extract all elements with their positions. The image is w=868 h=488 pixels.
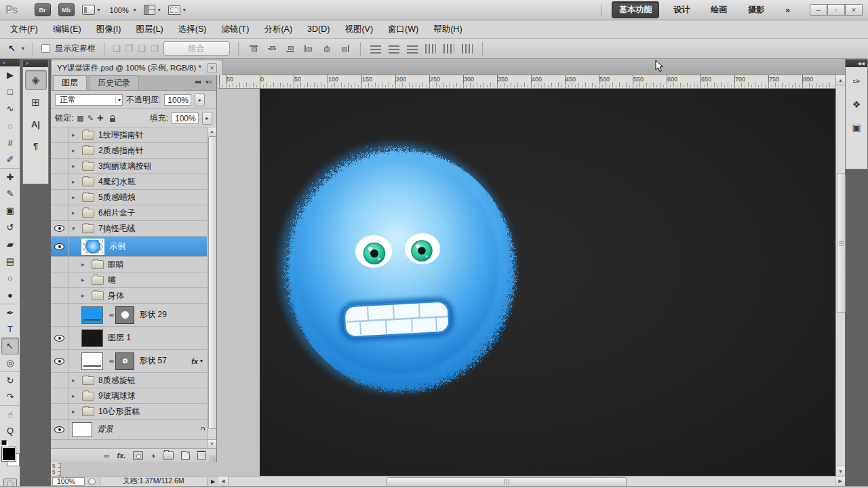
layer-row[interactable]: ▸ ▾ ∞ 7搞怪毛绒 fx ▾	[51, 221, 207, 237]
layer-row[interactable]: ▸ ▾ ∞ 图层 1 fx ▾	[51, 327, 207, 350]
layer-effects-badge[interactable]: fx ▾	[191, 357, 203, 365]
window-control-button[interactable]: ─	[810, 4, 827, 16]
bridge-button[interactable]: Br	[35, 3, 51, 16]
layer-name[interactable]: 10心形蛋糕	[98, 406, 140, 418]
tool-button[interactable]: ☝	[0, 405, 20, 422]
align-icon[interactable]	[248, 44, 259, 54]
menu-item[interactable]: 帮助(H)	[426, 20, 469, 38]
distribute-icon[interactable]	[443, 44, 454, 54]
menu-item[interactable]: 3D(D)	[300, 20, 337, 38]
distribute-icon[interactable]	[407, 44, 418, 54]
zoom-level-menu[interactable]: 100% ▾	[108, 5, 136, 15]
menu-item[interactable]: 分析(A)	[256, 20, 300, 38]
tool-button[interactable]: #	[0, 134, 20, 151]
layer-row[interactable]: ▸ ▾ ∞ 身体 fx ▾	[51, 288, 207, 304]
lock-all-icon[interactable]	[110, 118, 115, 122]
lock-option-icon[interactable]: ✎	[87, 114, 94, 123]
panel-tab[interactable]: 图层	[53, 75, 87, 90]
tool-button[interactable]: ✎	[0, 185, 20, 202]
layer-list-scrollbar-thumb[interactable]	[208, 136, 216, 429]
tool-button[interactable]: ↺	[0, 219, 20, 236]
workspace-button[interactable]: 设计	[667, 2, 696, 18]
visibility-toggle[interactable]	[51, 190, 68, 205]
vector-mask-thumbnail[interactable]	[115, 306, 134, 324]
panel-icon-button[interactable]: ✑	[848, 73, 865, 90]
adjustment-layer-button[interactable]: ◑	[151, 452, 155, 460]
panel-icon-button[interactable]: ¶	[26, 136, 46, 155]
layer-name[interactable]: 2质感指南针	[98, 145, 144, 157]
panel-icon-button[interactable]: ▣	[848, 119, 865, 136]
workspace-button[interactable]: 基本功能	[612, 1, 659, 18]
panel-icon-button[interactable]: ◈	[25, 70, 47, 90]
expand-group-icon[interactable]: ▸	[81, 292, 90, 299]
tool-button[interactable]: ↷	[0, 388, 20, 405]
visibility-toggle[interactable]	[51, 420, 68, 439]
layer-row[interactable]: ▸ ▾ ∞ 8质感旋钮 fx ▾	[51, 373, 207, 388]
expand-group-icon[interactable]: ▸	[81, 261, 90, 268]
layer-row[interactable]: ▸ ▾ ∞ 1纹理指南针 fx ▾	[51, 127, 207, 143]
foreground-color-swatch[interactable]	[2, 447, 16, 461]
layer-style-button[interactable]: fx.	[117, 452, 126, 460]
panel-dock-header[interactable]: »	[23, 60, 48, 67]
scroll-down-icon[interactable]: ▼	[836, 466, 845, 476]
lock-option-icon[interactable]: ✚	[97, 114, 103, 123]
layer-name[interactable]: 形状 57	[139, 355, 167, 367]
collapse-group-icon[interactable]: ▾	[72, 225, 81, 232]
distribute-icon[interactable]	[462, 44, 473, 54]
vertical-scrollbar[interactable]: ▲ ▼	[835, 75, 845, 476]
status-menu-arrow-icon[interactable]: ▶	[208, 479, 218, 485]
layer-name[interactable]: 8质感旋钮	[98, 375, 136, 386]
layer-name[interactable]: 3绚丽玻璃按钮	[98, 161, 152, 172]
distribute-icon[interactable]	[370, 44, 381, 54]
delete-layer-button[interactable]	[197, 453, 205, 460]
tool-button[interactable]: ●	[0, 287, 20, 304]
panel-tab[interactable]: 历史记录	[89, 75, 139, 90]
menu-item[interactable]: 图像(I)	[89, 20, 129, 38]
layer-thumbnail[interactable]	[81, 352, 103, 370]
layer-row[interactable]: ▸ ▾ ∞ 背景 fx ▾	[51, 420, 207, 440]
close-document-icon[interactable]: ×	[207, 63, 217, 73]
fill-field[interactable]: 100%	[172, 113, 199, 124]
tool-button[interactable]: ✚	[0, 168, 20, 185]
window-control-button[interactable]: ▫	[827, 4, 845, 16]
tool-button[interactable]: T	[0, 321, 20, 338]
layer-name[interactable]: 背景	[97, 424, 113, 435]
arrange-icon[interactable]: ❑	[138, 43, 146, 54]
expand-group-icon[interactable]: ▸	[81, 277, 90, 283]
opacity-field[interactable]: 100%	[164, 94, 191, 106]
tool-button[interactable]: ∿	[0, 100, 20, 117]
layer-row[interactable]: ▸ ▾ ∞ 2质感指南针 fx ▾	[51, 143, 207, 159]
visibility-toggle[interactable]	[51, 159, 68, 174]
horizontal-scrollbar-thumb[interactable]	[387, 477, 627, 487]
layer-row[interactable]: ▸ ▾ ∞ 10心形蛋糕 fx ▾	[51, 404, 207, 420]
layer-name[interactable]: 眼睛	[108, 259, 124, 270]
visibility-toggle[interactable]	[51, 257, 68, 272]
tool-button[interactable]: ◌	[0, 117, 20, 134]
layer-name[interactable]: 4魔幻水瓶	[98, 176, 136, 188]
tool-button[interactable]: ↻	[0, 371, 20, 388]
panel-menu-icon[interactable]: ▾≡	[205, 79, 212, 85]
layer-thumbnail[interactable]	[81, 329, 103, 347]
expand-group-icon[interactable]: ▸	[72, 147, 81, 154]
layer-list-scrollbar[interactable]: ▲ ▼	[207, 127, 216, 448]
layer-name[interactable]: 5质感蜡烛	[98, 192, 136, 203]
scroll-up-icon[interactable]: ▲	[208, 127, 216, 136]
align-icon[interactable]	[285, 44, 296, 54]
collapse-panel-icon[interactable]: ◀◀	[194, 79, 200, 85]
align-icon[interactable]	[321, 44, 332, 54]
distribute-icon[interactable]	[389, 44, 399, 54]
visibility-toggle[interactable]	[51, 143, 68, 158]
tool-button[interactable]: ▤	[0, 253, 20, 270]
layer-row[interactable]: ▸ ▾ ∞ 形状 57 fx ▾	[51, 350, 207, 373]
menu-item[interactable]: 滤镜(T)	[214, 20, 256, 38]
expand-group-icon[interactable]: ▸	[72, 377, 81, 384]
toolbox-header[interactable]: »	[0, 59, 20, 66]
guides-menu-button[interactable]: ▾	[82, 5, 100, 15]
scroll-up-icon[interactable]: ▲	[836, 75, 845, 85]
layer-row[interactable]: ▸ ▾ ∞ 3绚丽玻璃按钮 fx ▾	[51, 159, 207, 174]
distribute-icon[interactable]	[425, 44, 436, 54]
tool-button[interactable]: Q	[0, 422, 20, 439]
visibility-toggle[interactable]	[51, 388, 68, 403]
layer-row[interactable]: ▸ ▾ ∞ 6相片盒子 fx ▾	[51, 205, 207, 221]
panel-icon-button[interactable]: ⊞	[26, 93, 46, 112]
